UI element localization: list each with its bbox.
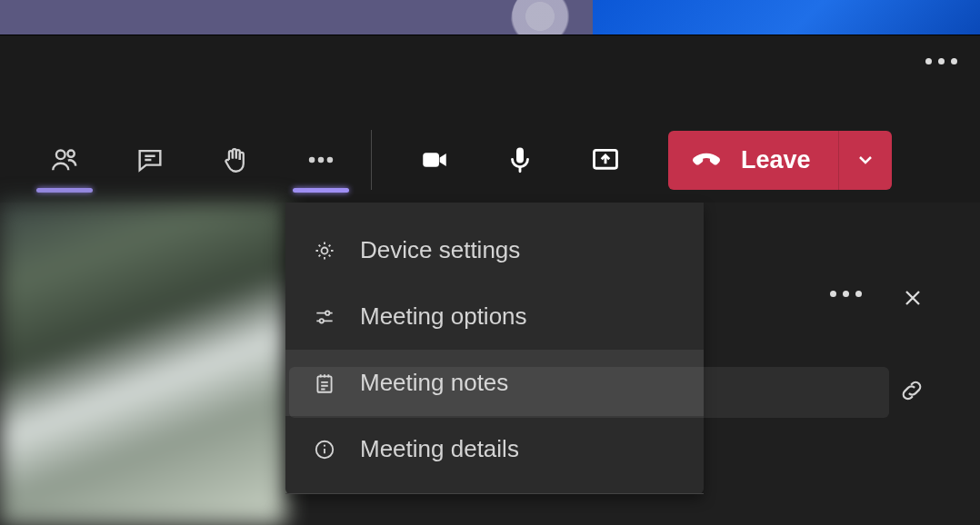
svg-point-0 (56, 151, 65, 160)
toolbar-separator (371, 130, 372, 190)
raise-hand-button[interactable] (193, 124, 278, 195)
chevron-down-icon (855, 149, 876, 171)
people-icon (49, 144, 80, 175)
video-thumbnail (0, 203, 285, 525)
meeting-toolbar: Leave (0, 124, 980, 195)
more-actions-menu: Device settings Meeting options Meeting … (285, 203, 704, 494)
window-peek-left (0, 0, 593, 35)
mic-icon (505, 144, 535, 175)
close-icon (900, 285, 925, 311)
video-icon (419, 144, 450, 175)
leave-button[interactable]: Leave (668, 131, 839, 190)
svg-point-3 (318, 157, 325, 163)
menu-item-label: Meeting details (360, 435, 519, 463)
svg-point-1 (67, 151, 74, 157)
chat-icon (135, 144, 165, 175)
menu-item-meeting-details[interactable]: Meeting details (285, 416, 704, 482)
svg-point-9 (325, 311, 329, 314)
sliders-icon (311, 303, 338, 331)
panel-copy-row (716, 356, 980, 429)
menu-item-device-settings[interactable]: Device settings (285, 217, 704, 283)
more-actions-button[interactable] (278, 124, 364, 195)
window-peek-right (593, 0, 980, 35)
svg-rect-5 (423, 153, 439, 167)
copy-link-button[interactable] (898, 377, 925, 408)
mic-button[interactable] (477, 124, 563, 195)
svg-rect-6 (516, 148, 524, 163)
info-icon (311, 436, 338, 463)
svg-point-13 (324, 444, 325, 446)
menu-item-label: Device settings (360, 236, 520, 264)
share-screen-icon (590, 144, 621, 175)
chat-button[interactable] (107, 124, 193, 195)
hangup-icon (690, 144, 723, 176)
gear-icon (311, 237, 338, 264)
menu-separator (285, 493, 704, 494)
active-indicator (36, 188, 93, 193)
svg-point-4 (327, 157, 334, 163)
svg-point-10 (320, 319, 324, 322)
share-button[interactable] (563, 124, 648, 195)
panel-more-icon[interactable] (830, 291, 862, 297)
hand-icon (220, 144, 251, 175)
menu-item-meeting-options[interactable]: Meeting options (285, 283, 704, 350)
leave-split-button: Leave (668, 131, 892, 190)
leave-label: Leave (741, 146, 811, 174)
ellipsis-icon (305, 144, 336, 175)
link-icon (898, 377, 925, 404)
svg-point-8 (322, 247, 328, 253)
menu-item-label: Meeting options (360, 302, 527, 331)
active-indicator (293, 188, 349, 193)
participants-button[interactable] (22, 124, 107, 195)
window-more-icon[interactable] (925, 58, 957, 64)
panel-close-button[interactable] (900, 285, 925, 314)
svg-point-2 (309, 157, 315, 163)
panel-input-bg[interactable] (289, 367, 889, 418)
meeting-top-bar: Leave (0, 35, 980, 203)
meeting-window: Leave Device settings (0, 0, 980, 525)
leave-menu-button[interactable] (839, 131, 892, 190)
window-peek-strip (0, 0, 980, 35)
camera-button[interactable] (392, 124, 477, 195)
